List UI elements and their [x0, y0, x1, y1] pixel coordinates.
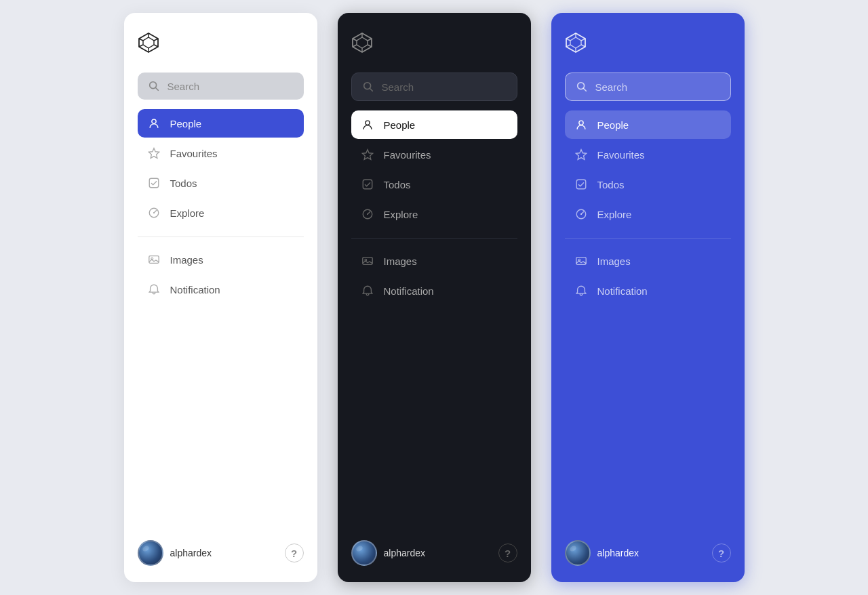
favourites-label-blue: Favourites — [597, 149, 645, 161]
svg-line-39 — [581, 39, 585, 41]
svg-marker-47 — [576, 150, 586, 160]
svg-point-28 — [365, 121, 369, 125]
search-input-light[interactable] — [167, 81, 296, 92]
nav-notification-light[interactable]: Notification — [138, 275, 304, 304]
logo-blue — [565, 32, 731, 54]
svg-line-25 — [353, 39, 357, 41]
explore-icon-blue — [574, 207, 588, 221]
notification-label-blue: Notification — [597, 285, 648, 297]
footer-blue: alphardex ? — [565, 532, 731, 566]
logo-icon-light — [138, 32, 159, 54]
svg-point-10 — [151, 119, 155, 123]
avatar-blue — [565, 540, 591, 566]
svg-line-42 — [566, 45, 570, 47]
favourites-label-light: Favourites — [170, 148, 218, 159]
todos-icon-blue — [574, 178, 588, 191]
todos-label-blue: Todos — [597, 179, 625, 190]
images-icon-blue — [574, 254, 588, 268]
nav-favourites-blue[interactable]: Favourites — [565, 140, 731, 169]
star-icon-blue — [574, 148, 588, 161]
people-icon-blue — [574, 118, 588, 131]
svg-point-51 — [580, 213, 581, 215]
nav-people-dark[interactable]: People — [351, 110, 517, 139]
svg-marker-1 — [143, 37, 154, 48]
search-icon-light — [147, 79, 161, 93]
nav-notification-dark[interactable]: Notification — [351, 276, 517, 305]
help-button-blue[interactable]: ? — [712, 543, 731, 562]
nav-images-blue[interactable]: Images — [565, 247, 731, 275]
people-icon-dark — [361, 118, 374, 131]
svg-point-33 — [366, 213, 368, 215]
nav-explore-dark[interactable]: Explore — [351, 200, 517, 228]
svg-point-46 — [578, 121, 583, 125]
svg-marker-19 — [357, 37, 368, 48]
user-info-dark: alphardex — [351, 540, 426, 566]
avatar-light — [138, 540, 163, 566]
footer-light: alphardex ? — [138, 532, 304, 566]
explore-label-dark: Explore — [384, 209, 418, 220]
search-input-blue[interactable] — [595, 81, 724, 93]
svg-rect-34 — [362, 258, 372, 265]
people-label-light: People — [170, 118, 202, 129]
svg-line-21 — [368, 39, 372, 41]
svg-line-45 — [583, 88, 586, 91]
user-info-light: alphardex — [138, 540, 212, 566]
search-bar-dark[interactable] — [351, 73, 517, 101]
nav-todos-light[interactable]: Todos — [138, 169, 304, 197]
nav-favourites-light[interactable]: Favourites — [138, 139, 304, 167]
search-icon-dark — [361, 80, 375, 94]
logo-light — [138, 32, 304, 54]
notification-icon-light — [147, 283, 161, 296]
nav-people-light[interactable]: People — [138, 109, 304, 138]
todos-icon-dark — [361, 178, 374, 191]
sidebar-blue: People Favourites Todos Explore Images N… — [551, 13, 745, 582]
explore-label-light: Explore — [170, 207, 205, 219]
svg-line-43 — [566, 39, 570, 41]
nav-todos-blue[interactable]: Todos — [565, 170, 731, 199]
svg-line-9 — [155, 87, 158, 90]
svg-rect-16 — [149, 256, 158, 264]
nav-favourites-dark[interactable]: Favourites — [351, 140, 517, 169]
svg-rect-52 — [576, 258, 585, 265]
svg-rect-12 — [149, 178, 159, 188]
sidebar-dark: People Favourites Todos Explore Images N… — [338, 13, 531, 582]
search-input-dark[interactable] — [382, 81, 511, 93]
notification-icon-dark — [361, 284, 374, 298]
username-blue: alphardex — [597, 548, 639, 558]
notification-icon-blue — [574, 284, 588, 298]
search-bar-light[interactable] — [138, 73, 304, 100]
nav-people-blue[interactable]: People — [565, 110, 731, 139]
images-label-light: Images — [170, 254, 203, 266]
nav-todos-dark[interactable]: Todos — [351, 170, 517, 199]
nav-images-dark[interactable]: Images — [351, 247, 517, 275]
images-icon-light — [147, 253, 161, 266]
svg-marker-29 — [362, 150, 372, 160]
username-light: alphardex — [170, 548, 212, 558]
favourites-label-dark: Favourites — [384, 149, 431, 161]
star-icon-dark — [361, 148, 374, 161]
svg-marker-11 — [149, 148, 159, 159]
svg-marker-37 — [570, 37, 581, 48]
todos-label-dark: Todos — [384, 179, 411, 190]
images-label-dark: Images — [384, 255, 417, 267]
svg-rect-48 — [576, 180, 586, 189]
help-button-dark[interactable]: ? — [498, 543, 517, 562]
svg-line-27 — [370, 88, 372, 91]
help-button-light[interactable]: ? — [285, 543, 304, 562]
todos-label-light: Todos — [170, 178, 197, 189]
user-info-blue: alphardex — [565, 540, 639, 566]
people-icon-light — [147, 117, 161, 130]
footer-dark: alphardex ? — [351, 532, 517, 566]
divider-dark — [351, 238, 517, 239]
explore-icon-light — [147, 206, 161, 220]
nav-notification-blue[interactable]: Notification — [565, 276, 731, 305]
nav-explore-blue[interactable]: Explore — [565, 200, 731, 228]
nav-images-light[interactable]: Images — [138, 245, 304, 274]
svg-line-24 — [353, 45, 357, 47]
search-bar-blue[interactable] — [565, 73, 731, 101]
logo-icon-dark — [351, 32, 373, 54]
notification-label-dark: Notification — [384, 285, 434, 297]
sidebar-light: People Favourites Todos Explore Images N… — [124, 13, 317, 582]
nav-explore-light[interactable]: Explore — [138, 199, 304, 227]
explore-icon-dark — [361, 207, 374, 221]
